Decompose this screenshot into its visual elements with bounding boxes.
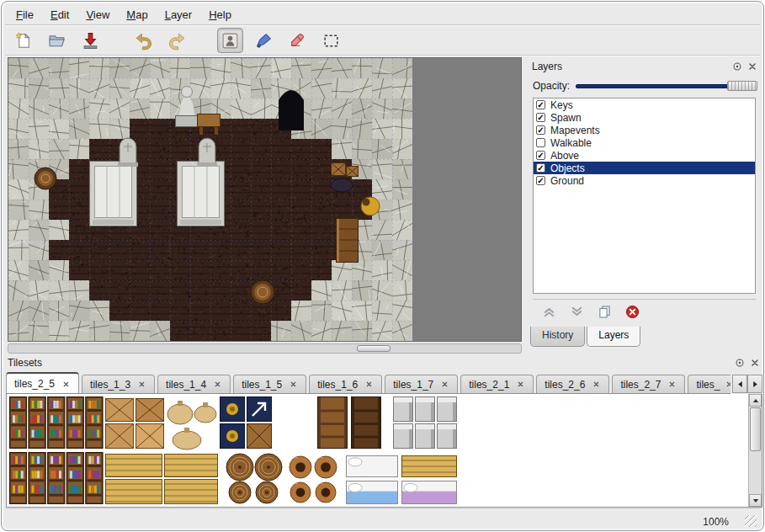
- close-panel-icon[interactable]: [749, 357, 761, 369]
- fill-tool-button[interactable]: [251, 28, 277, 53]
- panel-tab-layers[interactable]: Layers: [587, 327, 640, 347]
- duplicate-layer-button[interactable]: [596, 304, 613, 321]
- layer-label: Keys: [550, 99, 573, 111]
- layer-visibility-checkbox[interactable]: ✓: [536, 113, 545, 122]
- eraser-tool-button[interactable]: [284, 28, 311, 53]
- layer-visibility-checkbox[interactable]: ✓: [536, 163, 545, 173]
- tileset-tab-tiles_2_7[interactable]: tiles_2_7: [612, 375, 685, 393]
- layer-visibility-checkbox[interactable]: [536, 138, 545, 147]
- panel-tab-history[interactable]: History: [530, 327, 585, 347]
- layers-panel: Layers Opacity: ✓Keys✓Spawn✓MapeventsWal…: [529, 57, 762, 348]
- delete-layer-button[interactable]: [624, 304, 640, 321]
- layer-label: Above: [550, 150, 579, 162]
- tab-close-icon[interactable]: [136, 379, 147, 390]
- map-horizontal-scrollbar[interactable]: [8, 343, 522, 354]
- open-button[interactable]: [44, 28, 70, 53]
- menu-help[interactable]: Help: [201, 6, 239, 24]
- layer-row-keys[interactable]: ✓Keys: [534, 98, 755, 111]
- float-panel-icon[interactable]: [734, 357, 746, 369]
- statusbar: 100%: [4, 510, 761, 531]
- layer-list: ✓Keys✓Spawn✓MapeventsWalkable✓Above✓Obje…: [533, 98, 756, 294]
- new-map-button[interactable]: [10, 28, 36, 53]
- app-window: FileEditViewMapLayerHelp Layers Opacity:…: [1, 1, 764, 531]
- tab-close-icon[interactable]: [591, 379, 602, 390]
- tileset-view[interactable]: [6, 394, 762, 508]
- tileset-canvas[interactable]: [8, 395, 749, 507]
- stamp-tool-button[interactable]: [217, 28, 243, 53]
- menu-map[interactable]: Map: [119, 6, 155, 24]
- layer-visibility-checkbox[interactable]: ✓: [536, 176, 545, 185]
- tilesets-panel-title: Tilesets: [8, 357, 42, 369]
- scrollbar-thumb[interactable]: [750, 407, 761, 451]
- resize-grip[interactable]: [745, 515, 757, 527]
- tileset-tab-label: tiles_: [696, 379, 720, 391]
- tab-close-icon[interactable]: [667, 379, 677, 390]
- scroll-tabs-left-button[interactable]: [732, 375, 747, 393]
- save-icon: [81, 31, 100, 51]
- scrollbar-thumb[interactable]: [357, 345, 390, 352]
- scroll-tabs-right-button[interactable]: [747, 375, 762, 393]
- layer-visibility-checkbox[interactable]: ✓: [536, 100, 545, 109]
- tileset-tab-tiles_2_6[interactable]: tiles_2_6: [536, 375, 609, 393]
- opacity-slider-handle[interactable]: [727, 81, 757, 91]
- toolbar-separator: [111, 40, 123, 41]
- save-button[interactable]: [77, 28, 104, 53]
- move-layer-down-button[interactable]: [568, 304, 585, 321]
- menu-file[interactable]: File: [8, 6, 41, 24]
- scroll-up-button[interactable]: [749, 394, 762, 407]
- tileset-tab-tiles_1_3[interactable]: tiles_1_3: [82, 375, 155, 393]
- menu-layer[interactable]: Layer: [157, 6, 200, 24]
- tileset-tab-label: tiles_1_7: [393, 379, 433, 391]
- eraser-icon: [288, 31, 307, 51]
- open-folder-icon: [47, 31, 66, 51]
- opacity-row: Opacity:: [533, 79, 757, 93]
- layer-row-objects[interactable]: ✓Objects: [534, 162, 755, 174]
- separator: [5, 55, 760, 56]
- select-tool-button[interactable]: [318, 28, 344, 53]
- tileset-tab-tiles_1_7[interactable]: tiles_1_7: [385, 375, 458, 393]
- tileset-tab-tiles_2_5[interactable]: tiles_2_5: [6, 372, 79, 394]
- float-panel-icon[interactable]: [731, 61, 743, 72]
- move-layer-up-button[interactable]: [540, 304, 557, 321]
- layer-row-above[interactable]: ✓Above: [534, 149, 755, 162]
- tileset-vertical-scrollbar[interactable]: [748, 394, 762, 507]
- tilesets-panel: Tilesets tiles_2_5tiles_1_3tiles_1_4tile…: [4, 354, 764, 508]
- tileset-tabs: tiles_2_5tiles_1_3tiles_1_4tiles_1_5tile…: [6, 371, 730, 394]
- layers-panel-tabs: HistoryLayers: [530, 327, 640, 347]
- scroll-down-button[interactable]: [749, 494, 762, 507]
- map-canvas[interactable]: [8, 58, 521, 341]
- layer-row-walkable[interactable]: Walkable: [534, 136, 755, 149]
- toolbar: [10, 27, 344, 54]
- undo-button[interactable]: [130, 28, 157, 53]
- tileset-tab-tiles_1_4[interactable]: tiles_1_4: [157, 375, 231, 393]
- tab-close-icon[interactable]: [725, 379, 730, 390]
- tab-close-icon[interactable]: [212, 379, 223, 390]
- new-file-icon: [13, 31, 33, 51]
- panel-splitter[interactable]: [523, 57, 528, 354]
- tileset-tab-tiles_2_1[interactable]: tiles_2_1: [460, 375, 534, 393]
- tab-close-icon[interactable]: [61, 379, 72, 390]
- tileset-tab-tiles_1_5[interactable]: tiles_1_5: [233, 375, 306, 393]
- layer-row-spawn[interactable]: ✓Spawn: [534, 111, 755, 124]
- tileset-tab-label: tiles_2_1: [469, 379, 509, 391]
- layer-row-ground[interactable]: ✓Ground: [534, 174, 755, 187]
- layers-panel-header: Layers: [529, 57, 762, 76]
- tab-close-icon[interactable]: [288, 379, 299, 390]
- separator: [5, 24, 760, 26]
- tab-close-icon[interactable]: [364, 379, 375, 390]
- tab-close-icon[interactable]: [439, 379, 450, 390]
- opacity-slider[interactable]: [576, 80, 757, 92]
- close-panel-icon[interactable]: [746, 61, 758, 72]
- redo-button[interactable]: [164, 28, 190, 53]
- layer-toolbar: [533, 299, 756, 324]
- tileset-tab-tiles_1_6[interactable]: tiles_1_6: [309, 375, 382, 393]
- layer-visibility-checkbox[interactable]: ✓: [536, 125, 545, 135]
- tileset-tab-label: tiles_1_3: [90, 379, 130, 391]
- menu-view[interactable]: View: [78, 6, 117, 24]
- tileset-tab-tiles[interactable]: tiles_: [688, 375, 730, 393]
- menu-edit[interactable]: Edit: [43, 6, 77, 24]
- map-view[interactable]: [8, 57, 522, 342]
- layer-visibility-checkbox[interactable]: ✓: [536, 151, 545, 160]
- layer-row-mapevents[interactable]: ✓Mapevents: [534, 124, 755, 136]
- tab-close-icon[interactable]: [515, 379, 526, 390]
